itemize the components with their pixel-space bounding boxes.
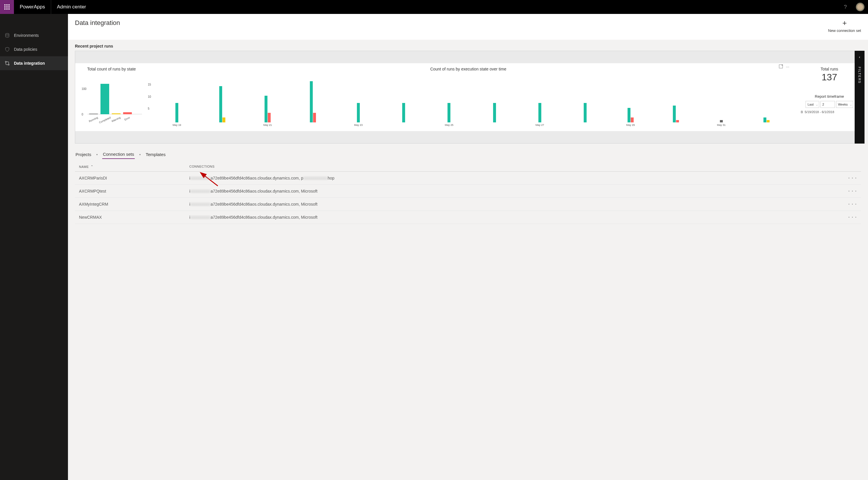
timeframe-unit-select[interactable]: Weeks — [836, 101, 853, 108]
main-content: Data integration + New connection set Re… — [68, 14, 868, 480]
sidebar-item-environments[interactable]: Environments — [0, 28, 68, 42]
more-options-icon[interactable]: ··· — [786, 64, 789, 69]
y-tick: 100 — [82, 87, 87, 91]
plus-icon: + — [842, 19, 847, 27]
page-header: Data integration + New connection set — [68, 14, 868, 40]
total-runs-label: Total runs — [821, 67, 838, 71]
svg-rect-6 — [4, 8, 5, 9]
tab-templates[interactable]: Templates — [145, 150, 166, 159]
timeframe-type-select[interactable]: Last — [806, 101, 819, 108]
chart-bar-group[interactable]: May 23 — [336, 73, 380, 123]
sidebar-item-label: Data policies — [14, 47, 37, 52]
tab-separator — [96, 154, 98, 155]
svg-rect-4 — [6, 6, 7, 7]
recent-runs-title: Recent project runs — [68, 40, 868, 51]
sidebar-item-data-policies[interactable]: Data policies — [0, 42, 68, 56]
app-launcher-button[interactable] — [0, 0, 14, 14]
chart-bar-group[interactable]: May 21 — [245, 73, 289, 123]
svg-rect-1 — [6, 4, 7, 5]
page-title: Data integration — [75, 19, 120, 27]
chart-runs-over-time: ··· Count of runs by execution state ove… — [142, 67, 795, 128]
y-tick: 10 — [148, 95, 151, 98]
column-header-connections[interactable]: CONNECTIONS — [189, 165, 857, 169]
row-actions-button[interactable]: · · · — [845, 202, 857, 206]
row-actions-button[interactable]: · · · — [845, 176, 857, 180]
chart-bar-group[interactable]: May 31 — [699, 73, 743, 123]
tab-projects[interactable]: Projects — [75, 150, 92, 159]
svg-point-10 — [5, 61, 6, 62]
chart-bar-group[interactable]: May 19 — [155, 73, 199, 123]
chart-bar-group[interactable] — [381, 73, 426, 123]
cell-name: AXCRMParisDI — [79, 176, 189, 180]
sidebar-item-label: Data integration — [14, 61, 45, 66]
integration-icon — [5, 61, 10, 66]
shield-icon — [5, 47, 10, 52]
tab-connection-sets[interactable]: Connection sets — [102, 150, 135, 159]
y-tick: 5 — [148, 107, 150, 110]
help-button[interactable]: ? — [838, 0, 852, 14]
top-bar: PowerApps Admin center ? — [0, 0, 868, 14]
cell-connections: ixxxxxxxxxxa72e89be456dfd4c86aos.cloudax… — [189, 215, 845, 219]
row-actions-button[interactable]: · · · — [845, 215, 857, 219]
chart-bar[interactable]: Running — [89, 114, 98, 114]
chart-bar-group[interactable] — [745, 73, 789, 123]
chart-bar-group[interactable]: May 27 — [518, 73, 562, 123]
chart-bar[interactable]: Completed — [100, 84, 109, 114]
database-icon — [5, 33, 10, 38]
cell-connections: ixxxxxxxxxxa72e89be456dfd4c86aos.cloudax… — [189, 202, 845, 206]
chart-bar[interactable]: Error — [123, 112, 132, 114]
y-tick: 0 — [82, 113, 83, 116]
timeframe-count-input[interactable]: 2 — [820, 101, 835, 108]
svg-rect-3 — [4, 6, 5, 7]
table-row[interactable]: AXMyIntegCRM ixxxxxxxxxxa72e89be456dfd4c… — [75, 198, 861, 211]
svg-rect-0 — [4, 4, 5, 5]
svg-point-9 — [5, 33, 9, 35]
user-avatar[interactable] — [856, 3, 865, 11]
filters-label: FILTERS — [858, 67, 861, 83]
table-row[interactable]: AXCRMPQtest ixxxxxxxxxxa72e89be456dfd4c8… — [75, 185, 861, 198]
totals-panel: Total runs 137 Report timeframe Last 2 W… — [795, 67, 864, 128]
svg-point-11 — [8, 64, 9, 65]
filters-panel-toggle[interactable]: ‹ FILTERS — [855, 51, 865, 144]
sidebar-item-data-integration[interactable]: Data integration — [0, 56, 68, 70]
chart-bar-group[interactable] — [200, 73, 244, 123]
cell-name: AXCRMPQtest — [79, 189, 189, 194]
connection-sets-table: NAME ⌃ CONNECTIONS AXCRMParisDI ixxxxxxx… — [75, 162, 861, 224]
brand-label[interactable]: PowerApps — [14, 0, 51, 14]
svg-rect-5 — [8, 6, 9, 7]
admin-center-label[interactable]: Admin center — [51, 4, 92, 10]
table-row[interactable]: AXCRMParisDI ixxxxxxxxxxa72e89be456dfd4c… — [75, 172, 861, 185]
chart-title: Total count of runs by state — [81, 67, 142, 71]
new-connection-set-button[interactable]: + New connection set — [828, 19, 861, 33]
chart-bar-group[interactable] — [472, 73, 517, 123]
timeframe-label: Report timeframe — [815, 94, 844, 99]
focus-mode-icon[interactable] — [779, 64, 783, 69]
waffle-icon — [4, 4, 9, 9]
chart-bar-group[interactable] — [563, 73, 607, 123]
total-runs-value: 137 — [822, 72, 837, 83]
svg-rect-8 — [8, 8, 9, 9]
column-header-name[interactable]: NAME ⌃ — [79, 165, 189, 169]
chart-bar[interactable]: Warning — [112, 113, 121, 114]
new-connection-set-label: New connection set — [828, 28, 861, 33]
cell-connections: ixxxxxxxxxxa72e89be456dfd4c86aos.cloudax… — [189, 176, 845, 180]
cell-name: NewCRMAX — [79, 215, 189, 219]
row-actions-button[interactable]: · · · — [845, 189, 857, 194]
chart-bar-group[interactable]: May 29 — [609, 73, 653, 123]
content-tabs: Projects Connection sets Templates — [68, 144, 868, 159]
table-header: NAME ⌃ CONNECTIONS — [75, 162, 861, 172]
svg-rect-2 — [8, 4, 9, 5]
sidebar-item-label: Environments — [14, 33, 39, 38]
y-tick: 15 — [148, 83, 151, 86]
tab-separator — [140, 154, 141, 155]
cell-connections: ixxxxxxxxxxa72e89be456dfd4c86aos.cloudax… — [189, 189, 845, 194]
svg-rect-7 — [6, 8, 7, 9]
chart-bar-group[interactable] — [291, 73, 335, 123]
chart-bar-group[interactable] — [654, 73, 698, 123]
cell-name: AXMyIntegCRM — [79, 202, 189, 206]
table-row[interactable]: NewCRMAX ixxxxxxxxxxa72e89be456dfd4c86ao… — [75, 211, 861, 224]
chart-bar-group[interactable]: May 25 — [427, 73, 471, 123]
report-card: Total count of runs by state 100 0 Runni… — [75, 51, 865, 144]
sort-asc-icon: ⌃ — [91, 165, 94, 169]
chart-title: Count of runs by execution state over ti… — [148, 67, 789, 71]
